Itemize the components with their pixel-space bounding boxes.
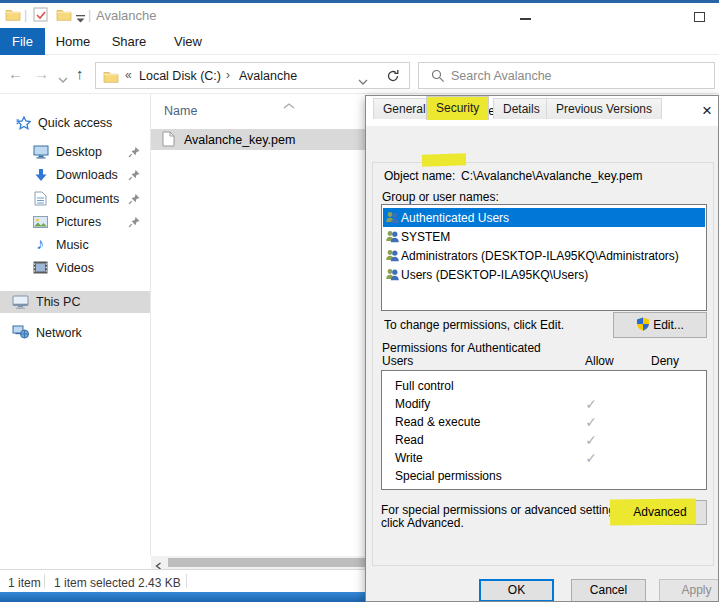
tab-previous-versions[interactable]: Previous Versions: [546, 98, 662, 119]
sidebar-item-music[interactable]: ♪ Music: [0, 234, 150, 256]
permission-row: Write ✓: [382, 449, 706, 467]
breadcrumb-overflow-chevron[interactable]: «: [125, 68, 132, 82]
qat-customize-chevron-icon[interactable]: [76, 12, 85, 26]
allow-checkmark: ✓: [580, 396, 602, 412]
refresh-icon: [386, 69, 400, 86]
group-names-label: Group or user names:: [382, 190, 499, 204]
permission-name: Full control: [395, 379, 454, 393]
file-row-avalanche-key[interactable]: Avalanche_key.pem: [151, 129, 365, 150]
permission-row: Special permissions: [382, 467, 706, 485]
advanced-button-label: Advanced: [633, 505, 686, 519]
sidebar-item-label: Music: [56, 238, 89, 252]
ok-button[interactable]: OK: [479, 579, 554, 602]
allow-checkmark: ✓: [580, 450, 602, 466]
group-row-administrators[interactable]: Administrators (DESKTOP-ILA95KQ\Administ…: [383, 246, 705, 265]
advanced-button[interactable]: Advanced: [613, 500, 707, 525]
apply-button[interactable]: Apply: [659, 579, 719, 602]
file-icon: [162, 131, 175, 150]
search-input[interactable]: [449, 64, 709, 87]
breadcrumb-local-disk[interactable]: Local Disk (C:): [139, 69, 221, 83]
sidebar-item-downloads[interactable]: Downloads: [0, 164, 150, 186]
users-group-icon: [385, 268, 400, 284]
breadcrumb-avalanche[interactable]: Avalanche: [239, 69, 297, 83]
sidebar-item-videos[interactable]: Videos: [0, 257, 150, 279]
apply-button-label: Apply: [681, 583, 711, 597]
uac-shield-icon: [636, 315, 650, 339]
refresh-button[interactable]: [377, 62, 410, 89]
qat-properties-icon[interactable]: [33, 7, 48, 25]
desktop-icon: [33, 145, 49, 162]
status-selected-size: 2.43 KB: [138, 576, 181, 590]
ribbon-tab-view[interactable]: View: [162, 28, 214, 55]
maximize-button[interactable]: [694, 12, 705, 22]
window-title: Avalanche: [96, 8, 156, 23]
file-name: Avalanche_key.pem: [184, 133, 295, 147]
sidebar-item-network[interactable]: Network: [0, 322, 150, 344]
pin-icon: [128, 193, 140, 208]
sidebar-item-label: Desktop: [56, 145, 102, 159]
pin-icon: [128, 216, 140, 231]
permissions-listbox: Full control Modify ✓ Read & execute ✓ R…: [381, 370, 707, 490]
pin-icon: [128, 169, 140, 184]
tab-details[interactable]: Details: [493, 98, 550, 119]
group-row-system[interactable]: SYSTEM: [383, 227, 705, 246]
allow-column-header: Allow: [585, 354, 614, 368]
group-row-users[interactable]: Users (DESKTOP-ILA95KQ\Users): [383, 265, 705, 284]
qat-separator: |: [88, 8, 91, 22]
sidebar-item-label: Network: [36, 326, 82, 340]
videos-icon: [33, 261, 48, 277]
ribbon-tab-share[interactable]: Share: [103, 28, 155, 55]
users-group-icon: [385, 249, 400, 265]
permission-name: Special permissions: [395, 469, 502, 483]
back-icon[interactable]: ←: [8, 65, 23, 82]
title-bar: | | Avalanche: [0, 3, 719, 28]
sort-ascending-chevron-icon[interactable]: [283, 98, 295, 112]
users-group-icon: [385, 211, 400, 227]
sidebar-item-desktop[interactable]: Desktop: [0, 141, 150, 163]
horizontal-scrollbar[interactable]: [151, 556, 365, 569]
sidebar-item-documents[interactable]: Documents: [0, 188, 150, 210]
ribbon-tab-home[interactable]: Home: [47, 28, 99, 55]
search-field-container: [418, 62, 715, 89]
sidebar-item-pictures[interactable]: Pictures: [0, 211, 150, 233]
sidebar-item-label: Documents: [56, 192, 119, 206]
permission-row: Read & execute ✓: [382, 413, 706, 431]
explorer-window: | | Avalanche File Home Share View ← → ↑: [0, 0, 719, 602]
scrollbar-thumb[interactable]: [168, 558, 365, 567]
edit-button-label: Edit...: [653, 318, 684, 332]
navigation-pane: Quick access Desktop Downloads Doc: [0, 94, 150, 556]
pin-icon: [128, 146, 140, 161]
ribbon-tab-file[interactable]: File: [0, 28, 45, 55]
security-tab-highlight: [422, 153, 466, 167]
group-user-listbox: Authenticated Users SYSTEM Administrator…: [381, 204, 707, 311]
ok-button-label: OK: [508, 583, 525, 597]
cancel-button[interactable]: Cancel: [571, 579, 646, 602]
qat-new-folder-icon[interactable]: [56, 8, 72, 24]
permission-name: Modify: [395, 397, 430, 411]
up-icon[interactable]: ↑: [76, 65, 84, 82]
sidebar-item-quick-access[interactable]: Quick access: [0, 112, 150, 134]
advanced-hint-line2: click Advanced.: [381, 516, 464, 530]
column-header-name[interactable]: Name: [164, 104, 197, 118]
dialog-close-icon[interactable]: ×: [696, 100, 718, 122]
group-row-authenticated-users[interactable]: Authenticated Users: [383, 208, 705, 227]
sidebar-item-this-pc[interactable]: This PC: [0, 291, 150, 313]
tab-security[interactable]: Security: [426, 96, 489, 120]
permission-name: Read: [395, 433, 424, 447]
recent-locations-chevron-icon[interactable]: [58, 72, 68, 86]
qat-separator: |: [24, 8, 27, 22]
address-dropdown-chevron-icon[interactable]: [358, 74, 368, 88]
group-name: Users (DESKTOP-ILA95KQ\Users): [401, 268, 588, 282]
minimize-button[interactable]: [520, 18, 531, 20]
breadcrumb-separator: ›: [226, 68, 230, 82]
quick-access-star-icon: [16, 116, 31, 133]
permissions-label-line2: Users: [382, 354, 413, 368]
forward-icon[interactable]: →: [34, 65, 49, 82]
sidebar-item-label: Quick access: [38, 116, 112, 130]
edit-button[interactable]: Edit...: [613, 312, 707, 338]
object-name-value: C:\Avalanche\Avalanche_key.pem: [461, 169, 642, 183]
users-group-icon: [385, 230, 400, 246]
status-separator: [186, 574, 187, 588]
status-separator: [44, 574, 45, 588]
address-bar[interactable]: « Local Disk (C:) › Avalanche: [95, 62, 378, 89]
